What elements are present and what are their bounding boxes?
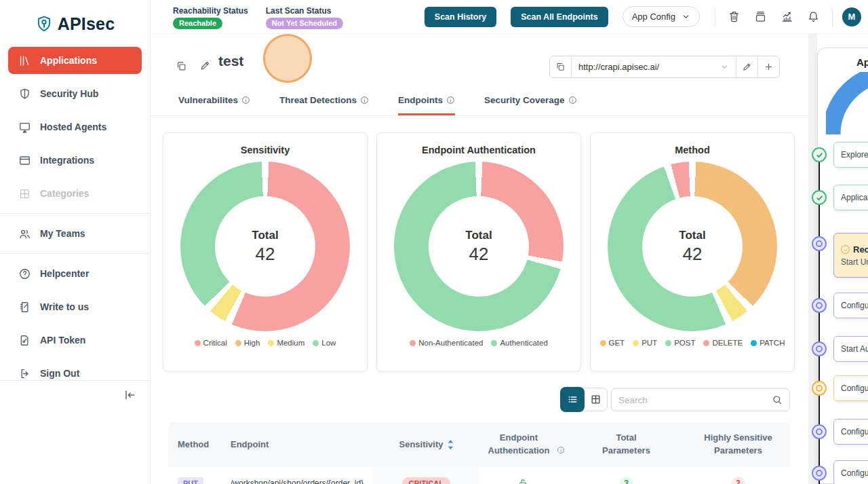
table-row[interactable]: PUT /workshop/api/shop/orders/{order_id}…	[168, 467, 791, 484]
app-url-select[interactable]: http://crapi.apisec.ai/	[572, 56, 736, 77]
step-done-icon	[812, 190, 827, 205]
reachability-status: Reachability Status Reachable	[173, 6, 248, 29]
info-icon[interactable]	[568, 96, 577, 105]
edit-app-name-icon[interactable]	[199, 60, 211, 71]
sidebar-item-security-hub[interactable]: Security Hub	[8, 80, 142, 107]
search-input[interactable]	[618, 395, 772, 405]
edit-url-button[interactable]	[736, 56, 757, 77]
setup-step-5[interactable]: Start Auth	[833, 336, 868, 362]
chevron-down-icon	[720, 62, 729, 71]
sidebar-item-hosted-agents[interactable]: Hosted Agents	[8, 113, 142, 141]
panel-gap	[808, 34, 817, 484]
bell-icon	[807, 10, 820, 23]
setup-step-1[interactable]: Explore y	[833, 142, 868, 168]
notifications-button[interactable]	[800, 10, 827, 23]
sidebar-item-applications[interactable]: Applications	[8, 47, 142, 74]
scan-all-endpoints-button[interactable]: Scan All Endpoints	[511, 7, 608, 27]
legend-label: GET	[609, 339, 625, 347]
endpoint-path: /workshop/api/shop/orders/{order_id}	[231, 479, 363, 484]
step-text: Configure	[841, 301, 868, 310]
info-icon[interactable]	[557, 446, 565, 454]
user-avatar[interactable]: M	[842, 7, 861, 26]
chart-legend: Non-AuthenticatedAuthenticated	[377, 339, 580, 347]
tab-security-coverage[interactable]: Security Coverage	[484, 95, 577, 115]
sidebar-collapse-button[interactable]	[123, 388, 136, 402]
sidebar-item-integrations[interactable]: Integrations	[8, 147, 142, 174]
legend-label: POST	[674, 339, 695, 347]
total-parameters-count: 3	[620, 477, 633, 484]
tab-label: Security Coverage	[484, 95, 565, 105]
legend-label: PATCH	[760, 339, 785, 347]
step-status-icon	[812, 236, 827, 251]
legend-dot	[665, 340, 671, 346]
add-url-button[interactable]	[757, 56, 779, 77]
tab-endpoints[interactable]: Endpoints	[398, 95, 455, 115]
app-config-dropdown[interactable]: App Config	[623, 6, 700, 27]
delete-app-button[interactable]	[721, 10, 747, 23]
tab-vulnerabilites[interactable]: Vulnerabilites	[178, 95, 250, 115]
legend-label: Authenticated	[500, 339, 547, 347]
app-logo: APIsec	[0, 0, 150, 37]
sidebar-item-helpcenter[interactable]: Helpcenter	[8, 260, 142, 287]
sidebar: APIsec ApplicationsSecurity HubHosted Ag…	[0, 0, 151, 484]
list-view-button[interactable]	[560, 387, 585, 412]
sidebar-item-categories[interactable]: Categories	[8, 180, 142, 207]
sidebar-item-api-token[interactable]: API Token	[8, 327, 142, 354]
brand-name: APIsec	[58, 14, 115, 34]
setup-step-6[interactable]: Configure	[833, 375, 868, 401]
column-header-sensitivity[interactable]: Sensitivity	[374, 439, 479, 451]
sidebar-item-my-teams[interactable]: My Teams	[8, 220, 142, 247]
copy-icon	[555, 62, 566, 72]
setup-step-3[interactable]: →RecoStart Una	[833, 233, 868, 278]
legend-item-post: POST	[665, 339, 695, 347]
sidebar-item-label: Categories	[40, 188, 89, 199]
chart-card-method: MethodTotal42GETPUTPOSTDELETEPATCH	[590, 132, 795, 372]
grid-view-icon	[590, 394, 601, 405]
plus-icon	[764, 62, 774, 72]
chevron-down-icon	[682, 12, 690, 21]
copy-url-button[interactable]	[550, 56, 572, 77]
legend-label: Low	[321, 339, 336, 347]
info-icon[interactable]	[446, 96, 455, 105]
chart-legend: GETPUTPOSTDELETEPATCH	[591, 339, 794, 347]
info-icon[interactable]	[360, 96, 369, 105]
application-avatar[interactable]	[263, 34, 312, 83]
legend-item-put: PUT	[633, 339, 657, 347]
column-header-method: Method	[168, 439, 225, 451]
grid-view-button[interactable]	[584, 388, 607, 411]
setup-step-8[interactable]: Configure	[833, 460, 868, 484]
step-arrow-icon: →	[841, 245, 850, 254]
legend-dot	[268, 340, 274, 346]
main-content: test http://crapi.apisec.ai/ Vulnerabili…	[151, 34, 808, 484]
sidebar-item-label: Security Hub	[40, 88, 98, 99]
step-text: Configure	[841, 427, 868, 436]
info-icon[interactable]	[241, 96, 250, 105]
archive-button[interactable]	[747, 10, 774, 23]
copy-app-name-icon[interactable]	[176, 60, 187, 72]
sort-icon[interactable]	[448, 440, 454, 449]
sidebar-item-write-to-us[interactable]: Write to us	[8, 293, 142, 320]
legend-dot	[195, 340, 201, 346]
method-badge: PUT	[178, 477, 203, 484]
scan-history-button[interactable]: Scan History	[425, 7, 496, 27]
legend-label: Medium	[277, 339, 304, 347]
sidebar-item-label: Sign Out	[40, 368, 79, 379]
tab-threat-detections[interactable]: Threat Detections	[279, 95, 369, 115]
step-text: Configure	[841, 468, 868, 478]
legend-item-get: GET	[600, 339, 625, 347]
analytics-button[interactable]	[774, 10, 800, 23]
legend-dot	[491, 340, 497, 346]
setup-step-4[interactable]: Configure	[833, 293, 868, 318]
legend-label: Critical	[203, 339, 227, 347]
legend-label: PUT	[642, 339, 657, 347]
tab-label: Threat Detections	[279, 95, 357, 105]
setup-step-7[interactable]: Configure	[833, 419, 868, 445]
sidebar-item-sign-out[interactable]: Sign Out	[8, 360, 142, 387]
step-text: Start Una	[841, 257, 868, 267]
tabs: VulnerabilitesThreat DetectionsEndpoints…	[151, 95, 808, 116]
sidebar-nav: ApplicationsSecurity HubHosted AgentsInt…	[0, 37, 150, 387]
setup-step-2[interactable]: Applicatio	[833, 185, 868, 210]
shield-icon	[18, 88, 31, 100]
topbar-divider	[715, 7, 715, 26]
search-icon	[772, 394, 783, 405]
